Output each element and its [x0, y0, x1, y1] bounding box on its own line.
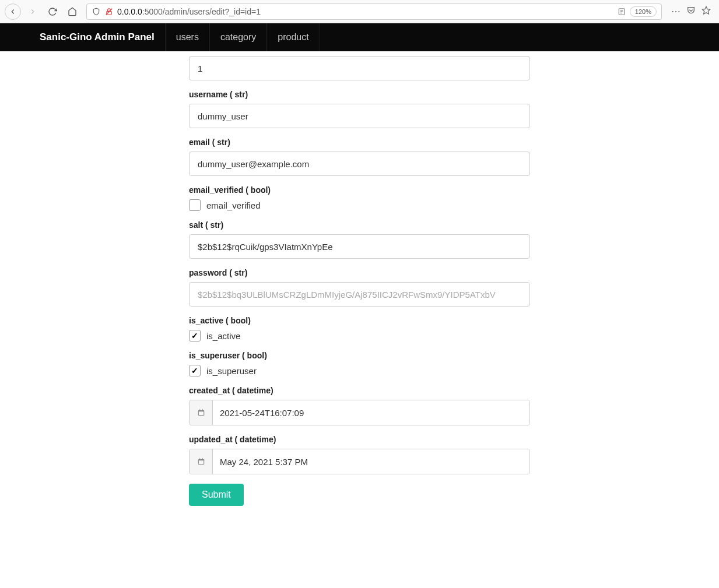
svg-marker-6	[702, 6, 710, 14]
nav-link-product[interactable]: product	[266, 23, 320, 51]
salt-input[interactable]	[189, 234, 530, 259]
submit-button[interactable]: Submit	[189, 484, 244, 506]
id-input[interactable]	[189, 56, 530, 80]
field-is-superuser: is_superuser ( bool) is_superuser	[189, 351, 530, 376]
is-active-checkbox[interactable]	[189, 330, 201, 341]
field-id	[189, 56, 530, 80]
reload-button[interactable]	[44, 3, 61, 20]
created-at-label: created_at ( datetime)	[189, 386, 530, 395]
updated-at-label: updated_at ( datetime)	[189, 435, 530, 444]
chrome-right: ⋯	[668, 6, 714, 17]
forward-button	[24, 3, 41, 20]
updated-at-input[interactable]	[213, 449, 529, 474]
is-superuser-checkbox[interactable]	[189, 365, 201, 376]
navbar-links: users category product	[165, 23, 320, 51]
navbar: Sanic-Gino Admin Panel users category pr…	[0, 23, 719, 51]
created-at-input[interactable]	[213, 400, 529, 425]
is-active-text: is_active	[206, 331, 240, 341]
field-updated-at: updated_at ( datetime)	[189, 435, 530, 474]
is-superuser-text: is_superuser	[206, 366, 257, 376]
salt-label: salt ( str)	[189, 220, 530, 230]
menu-dots-icon[interactable]: ⋯	[671, 6, 681, 17]
svg-rect-13	[199, 458, 200, 460]
field-is-active: is_active ( bool) is_active	[189, 316, 530, 341]
nav-link-users[interactable]: users	[165, 23, 209, 51]
username-input[interactable]	[189, 104, 530, 128]
email-verified-label: email_verified ( bool)	[189, 185, 530, 195]
pocket-icon[interactable]	[686, 6, 696, 17]
navbar-brand[interactable]: Sanic-Gino Admin Panel	[10, 31, 165, 43]
reader-icon[interactable]	[617, 7, 626, 16]
url-text: 0.0.0.0:5000/admin/users/edit?_id=id=1	[117, 7, 613, 16]
svg-rect-14	[202, 458, 202, 460]
back-button[interactable]	[5, 3, 21, 20]
svg-rect-10	[202, 409, 202, 411]
browser-chrome: 0.0.0.0:5000/admin/users/edit?_id=id=1 1…	[0, 0, 719, 23]
password-label: password ( str)	[189, 268, 530, 277]
shield-icon	[92, 7, 101, 16]
field-email-verified: email_verified ( bool) email_verified	[189, 185, 530, 211]
insecure-icon	[104, 7, 114, 16]
field-email: email ( str)	[189, 138, 530, 176]
svg-rect-9	[199, 409, 200, 411]
is-active-label: is_active ( bool)	[189, 316, 530, 325]
calendar-icon	[190, 449, 213, 474]
form-container: username ( str) email ( str) email_verif…	[189, 51, 530, 529]
field-username: username ( str)	[189, 90, 530, 128]
is-superuser-label: is_superuser ( bool)	[189, 351, 530, 360]
username-label: username ( str)	[189, 90, 530, 99]
field-salt: salt ( str)	[189, 220, 530, 259]
email-verified-checkbox[interactable]	[189, 199, 201, 211]
field-password: password ( str)	[189, 268, 530, 307]
email-verified-text: email_verified	[206, 200, 261, 210]
url-bar[interactable]: 0.0.0.0:5000/admin/users/edit?_id=id=1 1…	[86, 3, 662, 20]
svg-rect-12	[198, 460, 203, 464]
zoom-indicator[interactable]: 120%	[630, 6, 657, 17]
field-created-at: created_at ( datetime)	[189, 386, 530, 425]
home-button[interactable]	[64, 3, 80, 20]
email-label: email ( str)	[189, 138, 530, 147]
nav-link-category[interactable]: category	[209, 23, 266, 51]
email-input[interactable]	[189, 152, 530, 176]
password-input[interactable]	[189, 282, 530, 307]
svg-rect-8	[198, 411, 203, 415]
bookmark-star-icon[interactable]	[702, 6, 711, 17]
calendar-icon	[190, 400, 213, 425]
